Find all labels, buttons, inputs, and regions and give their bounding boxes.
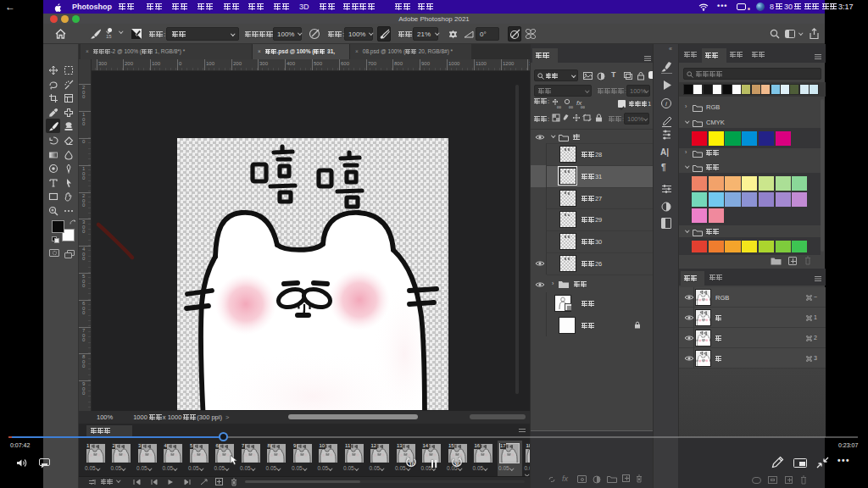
svg-text:oo: oo: [569, 105, 574, 109]
svg-text:oo: oo: [581, 105, 585, 109]
svg-text:oo: oo: [557, 105, 562, 109]
